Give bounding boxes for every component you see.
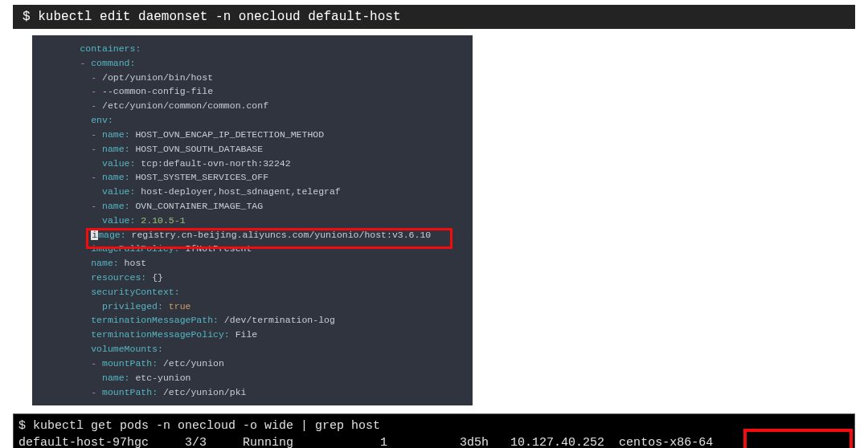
shell-prompt: $ bbox=[23, 10, 31, 24]
yaml-row: name: etc-yunion bbox=[32, 371, 473, 385]
editor-cursor: i bbox=[91, 230, 98, 240]
yaml-row: containers: bbox=[32, 42, 473, 56]
yaml-row: - /opt/yunion/bin/host bbox=[32, 71, 473, 85]
yaml-row: imagePullPolicy: IfNotPresent bbox=[32, 242, 473, 256]
yaml-row: - name: HOST_OVN_SOUTH_DATABASE bbox=[32, 142, 473, 157]
yaml-row: terminationMessagePolicy: File bbox=[32, 328, 473, 342]
yaml-row: - name: HOST_SYSTEM_SERVICES_OFF bbox=[32, 170, 473, 185]
yaml-row: value: tcp:default-ovn-north:32242 bbox=[32, 157, 473, 171]
term-row-1: default-host-97hgc 3/3 Running 1 3d5h 10… bbox=[18, 434, 850, 448]
yaml-row: - command: bbox=[32, 56, 473, 71]
yaml-row: - mountPath: /etc/yunion bbox=[32, 356, 473, 371]
yaml-row: - /etc/yunion/common/common.conf bbox=[32, 99, 473, 113]
yaml-row: value: host-deployer,host_sdnagent,teleg… bbox=[32, 185, 473, 199]
cmd1-text: kubectl edit daemonset -n onecloud defau… bbox=[38, 10, 400, 24]
term-cmd: $ kubectl get pods -n onecloud -o wide |… bbox=[18, 417, 850, 434]
yaml-row: resources: {} bbox=[32, 271, 473, 285]
yaml-row: terminationMessagePath: /dev/termination… bbox=[32, 313, 473, 328]
yaml-row: securityContext: bbox=[32, 285, 473, 299]
yaml-row: name: host bbox=[32, 256, 473, 271]
yaml-editor: containers: - command: - /opt/yunion/bin… bbox=[32, 35, 473, 405]
yaml-row: - name: HOST_OVN_ENCAP_IP_DETECTION_METH… bbox=[32, 128, 473, 142]
yaml-row: volumeMounts: bbox=[32, 342, 473, 356]
command-bar-1: $ kubectl edit daemonset -n onecloud def… bbox=[13, 5, 855, 29]
yaml-row-image: image: registry.cn-beijing.aliyuncs.com/… bbox=[32, 228, 473, 242]
yaml-row: - --common-config-file bbox=[32, 84, 473, 99]
yaml-row: env: bbox=[32, 113, 473, 128]
terminal-output: $ kubectl get pods -n onecloud -o wide |… bbox=[13, 413, 855, 448]
yaml-row: privileged: true bbox=[32, 299, 473, 314]
yaml-row: value: 2.10.5-1 bbox=[32, 214, 473, 228]
yaml-row: - name: OVN_CONTAINER_IMAGE_TAG bbox=[32, 199, 473, 214]
yaml-row: - mountPath: /etc/yunion/pki bbox=[32, 385, 473, 400]
